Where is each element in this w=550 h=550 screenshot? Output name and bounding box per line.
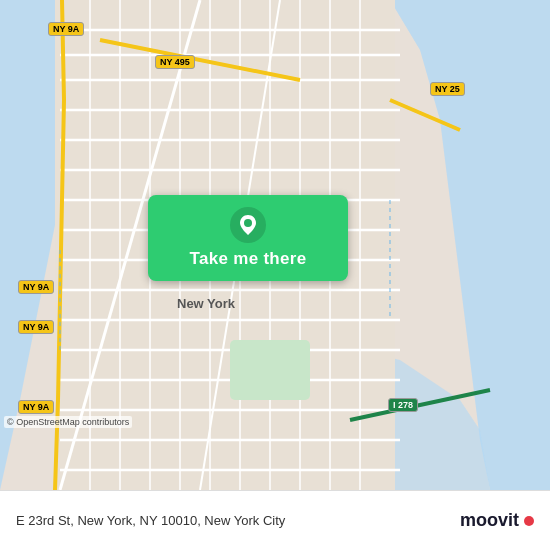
badge-ny9a-bot: NY 9A bbox=[18, 400, 54, 414]
take-me-there-button[interactable]: Take me there bbox=[148, 195, 348, 281]
take-me-there-label: Take me there bbox=[190, 249, 307, 269]
badge-ny495: NY 495 bbox=[155, 55, 195, 69]
city-label: New York bbox=[175, 295, 237, 312]
location-pin-icon bbox=[230, 207, 266, 243]
moovit-logo: moovit bbox=[460, 510, 534, 531]
badge-i278: I 278 bbox=[388, 398, 418, 412]
badge-ny9a-mid1: NY 9A bbox=[18, 280, 54, 294]
moovit-logo-text: moovit bbox=[460, 510, 519, 531]
svg-rect-35 bbox=[230, 340, 310, 400]
bottom-bar: E 23rd St, New York, NY 10010, New York … bbox=[0, 490, 550, 550]
badge-ny9a-mid2: NY 9A bbox=[18, 320, 54, 334]
badge-ny9a-top: NY 9A bbox=[48, 22, 84, 36]
moovit-logo-dot bbox=[524, 516, 534, 526]
osm-attribution: © OpenStreetMap contributors bbox=[4, 416, 132, 428]
svg-point-39 bbox=[244, 219, 252, 227]
badge-ny25: NY 25 bbox=[430, 82, 465, 96]
map-container[interactable]: New York NY 9A NY 495 NY 25 NY 9A NY 9A … bbox=[0, 0, 550, 490]
location-text: E 23rd St, New York, NY 10010, New York … bbox=[16, 513, 460, 528]
